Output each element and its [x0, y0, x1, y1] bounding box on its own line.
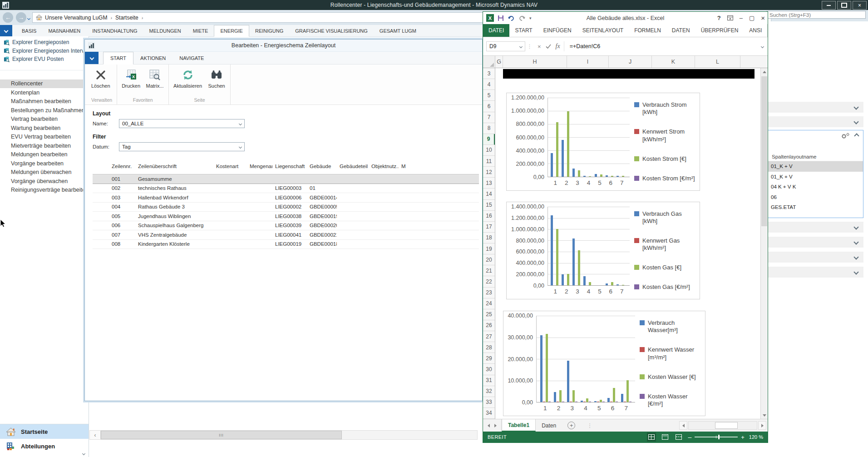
row-header-14[interactable]: 14: [483, 189, 495, 199]
row-header-30[interactable]: 30: [483, 364, 495, 375]
row-header-6[interactable]: 6: [483, 101, 495, 112]
row-header-3[interactable]: 3: [483, 68, 495, 79]
hscroll-right-icon[interactable]: [758, 421, 766, 430]
sidebar-link-explorer-energieposten-interva[interactable]: Explorer Energieposten Interva: [4, 47, 89, 55]
sidebar-item-kontenplan[interactable]: Kontenplan: [0, 88, 89, 97]
sidebar-item-vorgänge-überwachen[interactable]: Vorgänge überwachen: [0, 177, 89, 186]
zoom-in-icon[interactable]: +: [741, 434, 745, 441]
vertical-scrollbar[interactable]: [760, 68, 768, 419]
row-header-23[interactable]: 23: [483, 288, 495, 298]
collapsed-part-6[interactable]: [768, 267, 863, 278]
row-header-24[interactable]: 24: [483, 298, 495, 309]
table-row[interactable]: 006Schauspielhaus GalgenbergLIEG00039GBD…: [93, 221, 479, 231]
row-header-9[interactable]: 9: [483, 134, 495, 145]
chart-wasser[interactable]: 40.000,0030.000,0020.000,0010.000,000,00…: [503, 311, 705, 416]
search-input[interactable]: [766, 11, 866, 19]
delete-button[interactable]: Löschen: [91, 66, 110, 89]
layout-name-select[interactable]: 00_ALLE: [119, 119, 245, 128]
scroll-up-icon[interactable]: [761, 68, 768, 75]
undo-icon[interactable]: [508, 15, 515, 21]
sidebar-item-vertrag-bearbeiten[interactable]: Vertrag bearbeiten: [0, 115, 89, 124]
sidebar-item-meldungen-bearbeiten[interactable]: Meldungen bearbeiten: [0, 150, 89, 159]
excel-tab-formeln[interactable]: FORMELN: [629, 24, 666, 37]
qat-customize-icon[interactable]: ▾: [529, 16, 532, 20]
ribbon-display-icon[interactable]: [727, 15, 733, 20]
gear-icon[interactable]: [840, 133, 850, 139]
row-header-15[interactable]: 15: [483, 200, 495, 211]
row-header-21[interactable]: 21: [483, 265, 495, 276]
find-button[interactable]: Suchen: [207, 66, 226, 89]
name-box[interactable]: D9: [486, 41, 525, 51]
row-header-26[interactable]: 26: [483, 320, 495, 331]
scroll-down-icon[interactable]: [761, 412, 768, 419]
sheet-hscrollbar[interactable]: [679, 419, 768, 432]
hscroll-left-icon[interactable]: [679, 421, 687, 430]
refresh-button[interactable]: Aktualisieren: [173, 66, 202, 89]
collapsed-part-5[interactable]: [768, 252, 863, 263]
row-header-5[interactable]: 5: [483, 90, 495, 101]
prev-sheet-icon[interactable]: [488, 424, 490, 427]
zoom-slider[interactable]: – +: [688, 433, 744, 441]
excel-tab-daten[interactable]: DATEN: [666, 24, 695, 37]
row-header-4[interactable]: 4: [483, 79, 495, 90]
back-button[interactable]: ←: [3, 12, 13, 23]
tab-scroll-icon[interactable]: [767, 24, 768, 37]
row-header-11[interactable]: 11: [483, 156, 495, 167]
zoom-out-icon[interactable]: –: [688, 433, 691, 441]
row-header-22[interactable]: 22: [483, 276, 495, 287]
excel-tab-ansi[interactable]: ANSI: [744, 24, 767, 37]
row-header-29[interactable]: 29: [483, 353, 495, 364]
table-row[interactable]: 008Kindergarten KlösterleLIEG00019GBDE00…: [93, 240, 479, 249]
table-row[interactable]: 003Hallenbad WirkendorfLIEG00006GBDE0001…: [93, 193, 479, 203]
table-row[interactable]: 004Rathaus Gebäude 3LIEG00002GBDE00005: [93, 203, 479, 212]
sidebar-item-evu-vertrag-bearbeiten[interactable]: EVU Vertrag bearbeiten: [0, 133, 89, 142]
column-header-7[interactable]: Gebäudeteil: [337, 164, 369, 169]
formula-input[interactable]: =+Daten!C6: [566, 41, 756, 51]
spaltenlayout-row[interactable]: 01_K + V: [768, 161, 863, 172]
sidebar-item-meldungen-überwachen[interactable]: Meldungen überwachen: [0, 168, 89, 177]
sidebar-item-vorgänge-bearbeiten[interactable]: Vorgänge bearbeiten: [0, 159, 89, 168]
column-header-L[interactable]: L: [695, 56, 740, 68]
row-header-34[interactable]: 34: [483, 408, 495, 419]
sidebar-item-bestellungen-zu-maßnahmen[interactable]: Bestellungen zu Maßnahmen: [0, 106, 89, 115]
nav-tab-basis[interactable]: BASIS: [16, 25, 42, 36]
datum-select[interactable]: Tag: [119, 142, 245, 151]
app-menu-button[interactable]: [0, 25, 12, 36]
row-header-20[interactable]: 20: [483, 254, 495, 265]
page-break-view-icon[interactable]: [674, 432, 683, 442]
column-header-1[interactable]: Zeilennr.: [109, 164, 135, 169]
cancel-entry-icon[interactable]: ×: [538, 43, 541, 50]
row-header-16[interactable]: 16: [483, 211, 495, 222]
excel-maximize-button[interactable]: ▢: [749, 15, 755, 21]
column-header-H[interactable]: H: [503, 56, 567, 68]
formula-bar-expand-icon[interactable]: [758, 45, 767, 48]
collapsed-part-1[interactable]: [768, 102, 863, 113]
table-row[interactable]: 005Jugendhaus WiblingenLIEG00038GBDE0001…: [93, 212, 479, 221]
nav-tab-grafische-visualisierung[interactable]: GRAFISCHE VISUALISIERUNG: [289, 25, 374, 36]
collapsed-part-4[interactable]: [768, 237, 863, 248]
save-icon[interactable]: [498, 15, 504, 21]
column-header-8[interactable]: Objektnutz...: [369, 164, 399, 169]
row-header-13[interactable]: 13: [483, 178, 495, 189]
hscrollbar-thumb[interactable]: [715, 422, 738, 429]
scrollbar-thumb[interactable]: III: [101, 431, 342, 439]
vscrollbar-thumb[interactable]: [761, 76, 767, 226]
tab-start[interactable]: START: [103, 52, 133, 65]
table-row[interactable]: 007VHS ZentralgebäudeLIEG00041GBDE00021: [93, 230, 479, 240]
sidebar-expander-icon[interactable]: [83, 450, 85, 456]
excel-tab-seitenlayout[interactable]: SEITENLAYOUT: [577, 24, 629, 37]
spaltenlayout-row[interactable]: 04 K + V K: [768, 182, 863, 192]
column-header-4[interactable]: Mengenart: [247, 164, 272, 169]
nav-tab-miete[interactable]: MIETE: [187, 25, 214, 36]
sidebar-item-rollencenter[interactable]: Rollencenter: [0, 79, 89, 89]
row-header-10[interactable]: 10: [483, 145, 495, 156]
close-button[interactable]: ×: [853, 1, 867, 10]
column-header-K[interactable]: K: [652, 56, 695, 68]
excel-tab-datei[interactable]: DATEI: [483, 24, 509, 37]
excel-tab-einfügen[interactable]: EINFÜGEN: [538, 24, 577, 37]
breadcrumb-item[interactable]: Startseite: [115, 15, 138, 21]
sidebar-item-wartung-bearbeiten[interactable]: Wartung bearbeiten: [0, 124, 89, 133]
table-row[interactable]: 002technisches RathausLIEG0000301: [93, 184, 479, 194]
column-header-9[interactable]: M: [399, 164, 409, 169]
breadcrumb-item[interactable]: Unsere Verwaltung LuGM: [45, 15, 107, 21]
